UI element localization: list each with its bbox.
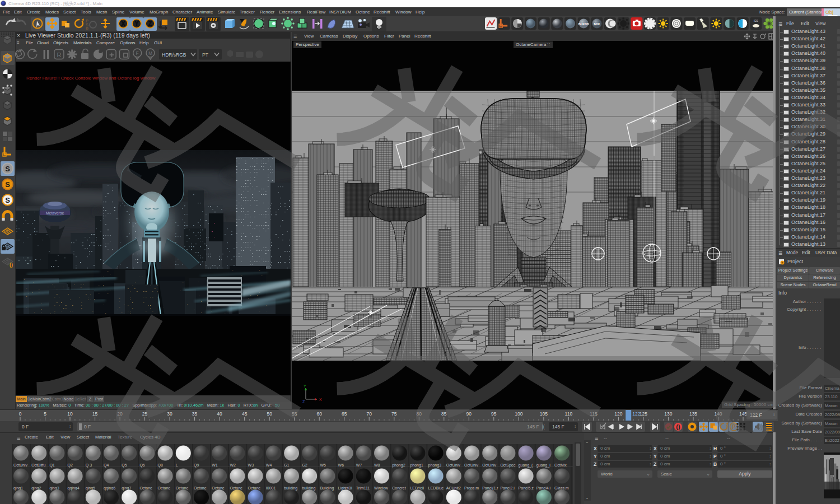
- svg-text:LEDBlue: LEDBlue: [428, 486, 444, 490]
- svg-text:75: 75: [391, 411, 397, 417]
- svg-text:Q1: Q1: [49, 463, 54, 468]
- svg-text:95: 95: [491, 411, 497, 417]
- svg-text:Panel2.i: Panel2.i: [500, 486, 515, 490]
- svg-text:L: L: [176, 463, 178, 467]
- svg-text:R: R: [57, 52, 61, 58]
- svg-text:qqing6: qqing6: [104, 486, 115, 491]
- svg-text:BLEND: BLEND: [578, 22, 589, 26]
- svg-text:Q8: Q8: [158, 463, 163, 468]
- svg-text:phong2: phong2: [392, 463, 405, 468]
- svg-text:55: 55: [292, 411, 297, 417]
- svg-text:guang_(: guang_(: [519, 463, 533, 468]
- svg-text:W1: W1: [212, 463, 218, 467]
- svg-text:MIX: MIX: [594, 22, 600, 26]
- svg-text:X: X: [122, 21, 125, 27]
- svg-text:120: 120: [614, 411, 622, 417]
- svg-text:OctUniv: OctUniv: [446, 463, 460, 467]
- svg-text:25: 25: [142, 411, 148, 417]
- svg-text:W7: W7: [356, 463, 362, 467]
- svg-text:OctUniv: OctUniv: [13, 463, 27, 467]
- svg-text:G2: G2: [302, 463, 307, 467]
- svg-text:35: 35: [192, 411, 198, 417]
- svg-text:15: 15: [92, 411, 98, 417]
- svg-text:S: S: [5, 196, 10, 204]
- svg-text:X: X: [319, 398, 322, 402]
- svg-text:IES: IES: [754, 19, 759, 22]
- svg-text:Trim111: Trim111: [356, 486, 370, 490]
- svg-text:100: 100: [515, 411, 522, 417]
- svg-text:G1: G1: [284, 463, 289, 467]
- svg-text:I0001: I0001: [266, 486, 276, 490]
- svg-text:50: 50: [267, 411, 272, 417]
- svg-text:Octane: Octane: [248, 486, 261, 490]
- svg-text:phong3: phong3: [428, 463, 441, 468]
- svg-text:Octane: Octane: [212, 486, 225, 490]
- svg-text:W3: W3: [248, 463, 254, 467]
- svg-text:F: F: [136, 50, 139, 56]
- svg-text:122: 122: [632, 411, 640, 417]
- svg-text:(): (): [676, 423, 680, 430]
- svg-text:W5: W5: [320, 463, 326, 467]
- svg-text:65: 65: [342, 411, 347, 417]
- svg-text:70: 70: [366, 411, 372, 417]
- svg-text:guang_l: guang_l: [536, 463, 550, 468]
- svg-text:qqing4: qqing4: [68, 486, 80, 491]
- svg-text:Q2: Q2: [68, 463, 73, 468]
- svg-text:40: 40: [217, 411, 222, 417]
- svg-text:80: 80: [417, 411, 422, 417]
- svg-text:105: 105: [540, 411, 548, 417]
- svg-text:Concret: Concret: [392, 486, 406, 490]
- svg-text:P: P: [86, 19, 88, 23]
- svg-text:60: 60: [316, 411, 322, 417]
- svg-text:Window: Window: [374, 486, 389, 490]
- svg-text:Q9: Q9: [194, 463, 199, 468]
- svg-text:OctDiffu: OctDiffu: [31, 463, 45, 467]
- svg-text:Glass.m: Glass.m: [554, 486, 569, 490]
- svg-text:OctSpec: OctSpec: [500, 463, 515, 468]
- svg-text:S: S: [5, 165, 10, 173]
- svg-text:S: S: [86, 23, 88, 27]
- svg-text:115: 115: [590, 411, 598, 417]
- svg-text:135: 135: [689, 411, 697, 417]
- svg-text:0: 0: [19, 411, 22, 417]
- svg-text:(): (): [10, 262, 13, 268]
- svg-text:phong1: phong1: [410, 463, 423, 468]
- svg-text:LEDYell: LEDYell: [410, 486, 424, 490]
- svg-text:Panel5.z: Panel5.z: [519, 486, 534, 490]
- svg-text:PT: PT: [202, 52, 208, 58]
- svg-text:130: 130: [664, 411, 672, 417]
- svg-text:5: 5: [44, 411, 46, 417]
- svg-text:Q 3: Q 3: [86, 463, 92, 468]
- svg-text:R: R: [86, 27, 88, 31]
- svg-text:S: S: [5, 180, 10, 189]
- svg-text:OctMix: OctMix: [554, 463, 567, 467]
- svg-text:Octane: Octane: [230, 486, 242, 490]
- svg-text:Octane: Octane: [176, 486, 189, 490]
- svg-text:110: 110: [565, 411, 573, 417]
- svg-text:Octane: Octane: [158, 486, 171, 490]
- svg-text:HDR/sRGB: HDR/sRGB: [162, 52, 186, 58]
- svg-text:Q6: Q6: [139, 463, 144, 468]
- svg-text:W2: W2: [230, 463, 236, 467]
- svg-text:Octane: Octane: [194, 486, 207, 490]
- svg-text:Y: Y: [304, 384, 306, 388]
- svg-text:OctUniv: OctUniv: [464, 463, 478, 467]
- svg-text:M: M: [148, 50, 152, 56]
- svg-text:90: 90: [466, 411, 472, 417]
- svg-text:30: 30: [167, 411, 172, 417]
- svg-text:20: 20: [117, 411, 123, 417]
- svg-text:ACUnit2: ACUnit2: [446, 486, 461, 490]
- svg-text:Q4: Q4: [104, 463, 109, 468]
- svg-text:10: 10: [67, 411, 73, 417]
- svg-text:Octane: Octane: [139, 486, 152, 490]
- svg-text:W6: W6: [338, 463, 344, 467]
- svg-text:W4: W4: [266, 463, 272, 467]
- svg-text:Panel4.i: Panel4.i: [536, 486, 551, 490]
- svg-text:Y: Y: [135, 21, 139, 27]
- svg-text:Q5: Q5: [122, 463, 127, 468]
- svg-text:W8: W8: [374, 463, 380, 467]
- svg-text:45: 45: [242, 411, 248, 417]
- svg-text:85: 85: [441, 411, 447, 417]
- svg-text:140: 140: [714, 411, 722, 417]
- svg-text:OctUniv: OctUniv: [482, 463, 496, 467]
